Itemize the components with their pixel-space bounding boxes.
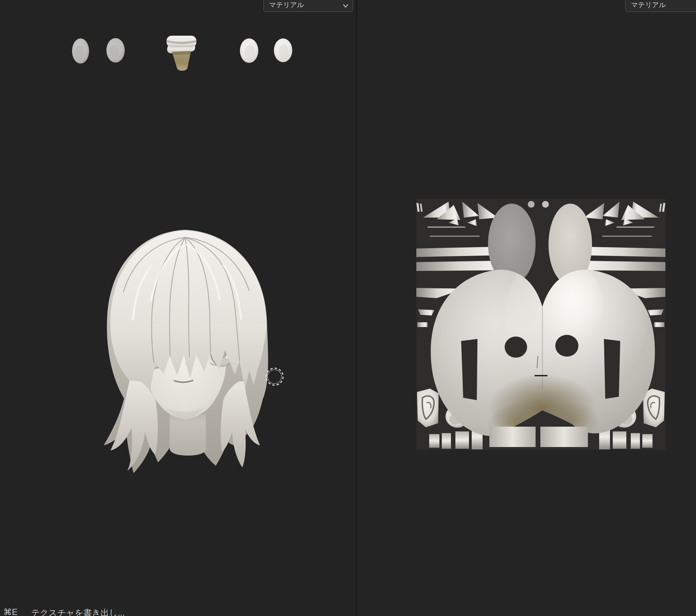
shortcut-hint: ⌘E	[3, 607, 18, 616]
material-dropdown-label: マテリアル	[631, 0, 666, 10]
viewport-3d[interactable]: マテリアル	[0, 0, 356, 616]
material-dropdown-label: マテリアル	[269, 0, 304, 10]
chevron-down-icon	[342, 2, 349, 10]
uv-texture-map[interactable]	[416, 199, 665, 450]
eye-disc-left-pair[interactable]	[72, 38, 125, 64]
mouth-mesh-part[interactable]	[167, 36, 196, 71]
texture-paint-workspace: マテリアル	[0, 0, 696, 616]
brush-cursor	[264, 366, 285, 387]
status-message: テクスチャを書き出し...	[31, 607, 125, 616]
floating-mesh-parts[interactable]	[65, 31, 302, 78]
eye-disc-right-pair[interactable]	[240, 38, 292, 63]
material-mode-dropdown-left[interactable]: マテリアル	[263, 0, 353, 12]
status-bar: ⌘E テクスチャを書き出し...	[3, 607, 125, 616]
viewport-uv-texture[interactable]: マテリアル	[357, 0, 696, 616]
material-mode-dropdown-right[interactable]: マテリアル	[625, 0, 696, 12]
anime-head-model[interactable]	[100, 228, 273, 476]
